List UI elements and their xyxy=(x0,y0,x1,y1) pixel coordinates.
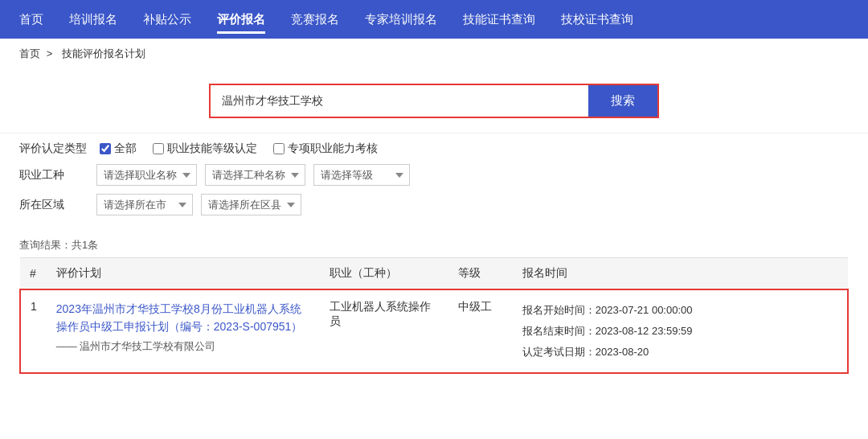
table-section: # 评价计划 职业（工种） 等级 报名时间 1 2023年温州市才华技工学校8月… xyxy=(0,257,868,393)
col-header-plan: 评价计划 xyxy=(47,258,320,290)
row-num: 1 xyxy=(20,289,47,373)
row-level: 中级工 xyxy=(448,289,513,373)
row-plan: 2023年温州市才华技工学校8月份工业机器人系统操作员中级工申报计划（编号：20… xyxy=(47,289,320,373)
checkbox-special-ability-input[interactable] xyxy=(273,143,285,154)
reg-end: 报名结束时间：2023-08-12 23:59:59 xyxy=(522,321,837,342)
filter-type-label: 评价认定类型 xyxy=(19,142,87,156)
filter-job-label: 职业工种 xyxy=(19,168,84,183)
select-level[interactable]: 请选择等级 xyxy=(313,164,410,186)
nav-item-subsidy[interactable]: 补贴公示 xyxy=(143,9,191,31)
filter-region-label: 所在区域 xyxy=(19,198,84,212)
nav-item-home[interactable]: 首页 xyxy=(19,9,43,31)
result-count: 查询结果：共1条 xyxy=(0,232,868,257)
job-select-group: 请选择职业名称 请选择工种名称 请选择等级 xyxy=(96,164,410,186)
main-nav: 首页 培训报名 补贴公示 评价报名 竞赛报名 专家培训报名 技能证书查询 技校证… xyxy=(0,0,868,39)
breadcrumb-separator: > xyxy=(47,47,53,59)
filter-row-job: 职业工种 请选择职业名称 请选择工种名称 请选择等级 xyxy=(19,164,849,186)
col-header-job: 职业（工种） xyxy=(320,258,448,290)
nav-item-evaluation[interactable]: 评价报名 xyxy=(217,9,265,31)
nav-item-expert-training[interactable]: 专家培训报名 xyxy=(365,9,437,31)
nav-item-skill-cert[interactable]: 技能证书查询 xyxy=(463,9,535,31)
row-plan-name[interactable]: 2023年温州市才华技工学校8月份工业机器人系统操作员中级工申报计划（编号：20… xyxy=(56,300,310,336)
filter-row-type: 评价认定类型 全部 职业技能等级认定 专项职业能力考核 xyxy=(19,142,849,156)
breadcrumb-home[interactable]: 首页 xyxy=(19,47,40,59)
checkbox-all-label: 全部 xyxy=(114,142,137,156)
select-district[interactable]: 请选择所在区县 xyxy=(201,194,301,215)
exam-date: 认定考试日期：2023-08-20 xyxy=(522,342,837,363)
checkbox-group: 全部 职业技能等级认定 专项职业能力考核 xyxy=(100,142,378,156)
checkbox-skill-level-input[interactable] xyxy=(153,143,164,154)
table-row: 1 2023年温州市才华技工学校8月份工业机器人系统操作员中级工申报计划（编号：… xyxy=(20,289,848,373)
select-job-name[interactable]: 请选择职业名称 xyxy=(96,164,197,186)
search-button[interactable]: 搜索 xyxy=(588,85,657,117)
row-time: 报名开始时间：2023-07-21 00:00:00 报名结束时间：2023-0… xyxy=(513,289,848,373)
search-wrapper: 搜索 xyxy=(209,84,659,118)
checkbox-all[interactable]: 全部 xyxy=(100,142,137,156)
region-select-group: 请选择所在市 请选择所在区县 xyxy=(96,194,301,215)
checkbox-skill-level[interactable]: 职业技能等级认定 xyxy=(153,142,257,156)
search-input[interactable] xyxy=(211,87,588,116)
filter-row-region: 所在区域 请选择所在市 请选择所在区县 xyxy=(19,194,849,215)
table-header-row: # 评价计划 职业（工种） 等级 报名时间 xyxy=(20,258,848,290)
checkbox-skill-level-label: 职业技能等级认定 xyxy=(167,142,257,156)
breadcrumb-current: 技能评价报名计划 xyxy=(62,47,145,59)
row-job: 工业机器人系统操作员 xyxy=(320,289,448,373)
search-section: 搜索 xyxy=(0,69,868,133)
result-count-text: 查询结果：共1条 xyxy=(19,239,98,251)
select-city[interactable]: 请选择所在市 xyxy=(96,194,193,215)
col-header-num: # xyxy=(20,258,47,290)
results-table: # 评价计划 职业（工种） 等级 报名时间 1 2023年温州市才华技工学校8月… xyxy=(19,257,849,374)
nav-item-school-cert[interactable]: 技校证书查询 xyxy=(561,9,633,31)
filter-section: 评价认定类型 全部 职业技能等级认定 专项职业能力考核 职业工种 请选择职业名称… xyxy=(0,133,868,232)
select-job-type[interactable]: 请选择工种名称 xyxy=(205,164,305,186)
checkbox-all-input[interactable] xyxy=(100,143,111,154)
col-header-time: 报名时间 xyxy=(513,258,848,290)
row-plan-org: —— 温州市才华技工学校有限公司 xyxy=(56,339,310,354)
row-time-info: 报名开始时间：2023-07-21 00:00:00 报名结束时间：2023-0… xyxy=(522,300,837,363)
reg-start: 报名开始时间：2023-07-21 00:00:00 xyxy=(522,300,837,321)
nav-item-competition[interactable]: 竞赛报名 xyxy=(291,9,339,31)
checkbox-special-ability-label: 专项职业能力考核 xyxy=(288,142,378,156)
nav-item-training[interactable]: 培训报名 xyxy=(69,9,117,31)
checkbox-special-ability[interactable]: 专项职业能力考核 xyxy=(273,142,378,156)
col-header-level: 等级 xyxy=(448,258,513,290)
breadcrumb: 首页 > 技能评价报名计划 xyxy=(0,39,868,69)
